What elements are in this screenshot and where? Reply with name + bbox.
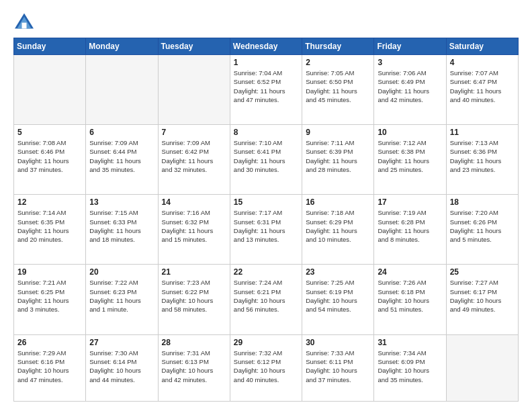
day-number: 5 — [17, 128, 82, 137]
weekday-header-sunday: Sunday — [14, 38, 86, 55]
calendar-table: SundayMondayTuesdayWednesdayThursdayFrid… — [13, 38, 519, 402]
calendar-cell: 26Sunrise: 7:29 AM Sunset: 6:16 PM Dayli… — [14, 334, 86, 401]
day-info: Sunrise: 7:23 AM Sunset: 6:22 PM Dayligh… — [162, 278, 226, 314]
day-info: Sunrise: 7:07 AM Sunset: 6:47 PM Dayligh… — [450, 68, 515, 104]
day-number: 25 — [450, 267, 515, 277]
day-number: 2 — [306, 58, 370, 67]
day-number: 28 — [162, 338, 226, 347]
header — [13, 12, 519, 31]
day-info: Sunrise: 7:09 AM Sunset: 6:44 PM Dayligh… — [89, 138, 154, 174]
day-info: Sunrise: 7:12 AM Sunset: 6:38 PM Dayligh… — [378, 138, 442, 174]
calendar-cell: 21Sunrise: 7:23 AM Sunset: 6:22 PM Dayli… — [158, 265, 230, 334]
logo — [13, 12, 38, 31]
day-number: 15 — [234, 197, 298, 207]
calendar-header-row: SundayMondayTuesdayWednesdayThursdayFrid… — [14, 38, 519, 55]
calendar-cell: 13Sunrise: 7:15 AM Sunset: 6:33 PM Dayli… — [86, 195, 158, 265]
day-number: 6 — [89, 128, 154, 137]
weekday-header-friday: Friday — [374, 38, 446, 55]
day-number: 24 — [378, 267, 442, 277]
calendar-cell — [86, 55, 158, 125]
day-info: Sunrise: 7:29 AM Sunset: 6:16 PM Dayligh… — [17, 349, 82, 384]
calendar-cell: 15Sunrise: 7:17 AM Sunset: 6:31 PM Dayli… — [230, 195, 302, 265]
day-number: 20 — [89, 267, 154, 277]
day-info: Sunrise: 7:06 AM Sunset: 6:49 PM Dayligh… — [378, 68, 442, 104]
day-info: Sunrise: 7:21 AM Sunset: 6:25 PM Dayligh… — [17, 278, 82, 314]
calendar-cell: 12Sunrise: 7:14 AM Sunset: 6:35 PM Dayli… — [14, 195, 86, 265]
day-info: Sunrise: 7:17 AM Sunset: 6:31 PM Dayligh… — [234, 208, 298, 244]
calendar-cell: 11Sunrise: 7:13 AM Sunset: 6:36 PM Dayli… — [446, 125, 518, 195]
day-number: 27 — [89, 338, 154, 347]
day-info: Sunrise: 7:09 AM Sunset: 6:42 PM Dayligh… — [162, 138, 226, 174]
weekday-header-saturday: Saturday — [446, 38, 518, 55]
calendar-cell: 9Sunrise: 7:11 AM Sunset: 6:39 PM Daylig… — [302, 125, 374, 195]
calendar-cell: 29Sunrise: 7:32 AM Sunset: 6:12 PM Dayli… — [230, 334, 302, 401]
day-number: 10 — [378, 128, 442, 137]
calendar-cell: 31Sunrise: 7:34 AM Sunset: 6:09 PM Dayli… — [374, 334, 446, 401]
day-number: 22 — [234, 267, 298, 277]
day-number: 23 — [306, 267, 370, 277]
day-number: 12 — [17, 197, 82, 207]
day-info: Sunrise: 7:20 AM Sunset: 6:26 PM Dayligh… — [450, 208, 515, 244]
calendar-cell: 10Sunrise: 7:12 AM Sunset: 6:38 PM Dayli… — [374, 125, 446, 195]
calendar-cell: 30Sunrise: 7:33 AM Sunset: 6:11 PM Dayli… — [302, 334, 374, 401]
day-number: 31 — [378, 338, 442, 347]
calendar-cell — [158, 55, 230, 125]
weekday-header-tuesday: Tuesday — [158, 38, 230, 55]
calendar-cell: 27Sunrise: 7:30 AM Sunset: 6:14 PM Dayli… — [86, 334, 158, 401]
calendar-week-5: 26Sunrise: 7:29 AM Sunset: 6:16 PM Dayli… — [14, 334, 519, 401]
day-info: Sunrise: 7:34 AM Sunset: 6:09 PM Dayligh… — [378, 349, 442, 384]
calendar-week-3: 12Sunrise: 7:14 AM Sunset: 6:35 PM Dayli… — [14, 195, 519, 265]
calendar-cell: 24Sunrise: 7:26 AM Sunset: 6:18 PM Dayli… — [374, 265, 446, 334]
day-number: 21 — [162, 267, 226, 277]
calendar-cell: 18Sunrise: 7:20 AM Sunset: 6:26 PM Dayli… — [446, 195, 518, 265]
calendar-cell: 7Sunrise: 7:09 AM Sunset: 6:42 PM Daylig… — [158, 125, 230, 195]
day-number: 18 — [450, 197, 515, 207]
day-info: Sunrise: 7:32 AM Sunset: 6:12 PM Dayligh… — [234, 349, 298, 384]
calendar-cell: 14Sunrise: 7:16 AM Sunset: 6:32 PM Dayli… — [158, 195, 230, 265]
day-info: Sunrise: 7:24 AM Sunset: 6:21 PM Dayligh… — [234, 278, 298, 314]
calendar-cell: 3Sunrise: 7:06 AM Sunset: 6:49 PM Daylig… — [374, 55, 446, 125]
day-info: Sunrise: 7:08 AM Sunset: 6:46 PM Dayligh… — [17, 138, 82, 174]
weekday-header-wednesday: Wednesday — [230, 38, 302, 55]
day-info: Sunrise: 7:27 AM Sunset: 6:17 PM Dayligh… — [450, 278, 515, 314]
day-number: 7 — [162, 128, 226, 137]
day-info: Sunrise: 7:22 AM Sunset: 6:23 PM Dayligh… — [89, 278, 154, 314]
day-info: Sunrise: 7:16 AM Sunset: 6:32 PM Dayligh… — [162, 208, 226, 244]
weekday-header-thursday: Thursday — [302, 38, 374, 55]
day-info: Sunrise: 7:30 AM Sunset: 6:14 PM Dayligh… — [89, 349, 154, 384]
calendar-cell: 20Sunrise: 7:22 AM Sunset: 6:23 PM Dayli… — [86, 265, 158, 334]
day-info: Sunrise: 7:14 AM Sunset: 6:35 PM Dayligh… — [17, 208, 82, 244]
calendar-cell: 2Sunrise: 7:05 AM Sunset: 6:50 PM Daylig… — [302, 55, 374, 125]
day-number: 17 — [378, 197, 442, 207]
day-info: Sunrise: 7:31 AM Sunset: 6:13 PM Dayligh… — [162, 349, 226, 384]
day-info: Sunrise: 7:18 AM Sunset: 6:29 PM Dayligh… — [306, 208, 370, 244]
day-number: 26 — [17, 338, 82, 347]
calendar-cell: 6Sunrise: 7:09 AM Sunset: 6:44 PM Daylig… — [86, 125, 158, 195]
day-number: 8 — [234, 128, 298, 137]
calendar-cell: 25Sunrise: 7:27 AM Sunset: 6:17 PM Dayli… — [446, 265, 518, 334]
day-number: 16 — [306, 197, 370, 207]
day-info: Sunrise: 7:10 AM Sunset: 6:41 PM Dayligh… — [234, 138, 298, 174]
weekday-header-monday: Monday — [86, 38, 158, 55]
day-number: 1 — [234, 58, 298, 67]
calendar-cell: 19Sunrise: 7:21 AM Sunset: 6:25 PM Dayli… — [14, 265, 86, 334]
day-info: Sunrise: 7:26 AM Sunset: 6:18 PM Dayligh… — [378, 278, 442, 314]
day-number: 9 — [306, 128, 370, 137]
calendar-week-4: 19Sunrise: 7:21 AM Sunset: 6:25 PM Dayli… — [14, 265, 519, 334]
day-number: 19 — [17, 267, 82, 277]
calendar-cell: 5Sunrise: 7:08 AM Sunset: 6:46 PM Daylig… — [14, 125, 86, 195]
calendar-cell: 1Sunrise: 7:04 AM Sunset: 6:52 PM Daylig… — [230, 55, 302, 125]
day-info: Sunrise: 7:33 AM Sunset: 6:11 PM Dayligh… — [306, 349, 370, 384]
calendar-cell: 4Sunrise: 7:07 AM Sunset: 6:47 PM Daylig… — [446, 55, 518, 125]
calendar-cell — [14, 55, 86, 125]
day-number: 30 — [306, 338, 370, 347]
page: SundayMondayTuesdayWednesdayThursdayFrid… — [0, 0, 532, 411]
day-number: 14 — [162, 197, 226, 207]
calendar-cell: 8Sunrise: 7:10 AM Sunset: 6:41 PM Daylig… — [230, 125, 302, 195]
day-number: 11 — [450, 128, 515, 137]
calendar-cell — [446, 334, 518, 401]
day-number: 4 — [450, 58, 515, 67]
calendar-cell: 17Sunrise: 7:19 AM Sunset: 6:28 PM Dayli… — [374, 195, 446, 265]
day-number: 29 — [234, 338, 298, 347]
calendar-cell: 22Sunrise: 7:24 AM Sunset: 6:21 PM Dayli… — [230, 265, 302, 334]
